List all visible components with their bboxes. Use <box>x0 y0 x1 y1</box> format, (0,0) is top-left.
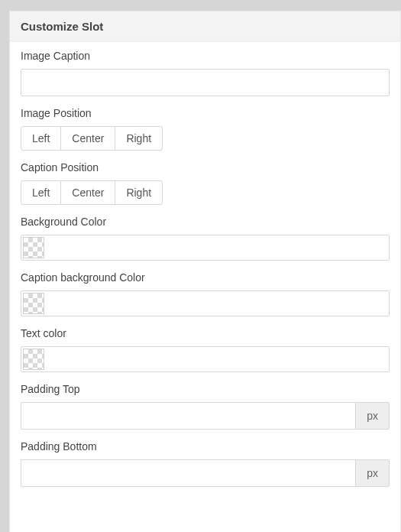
caption-background-color-field: Caption background Color <box>21 271 390 316</box>
text-color-input[interactable] <box>46 347 389 371</box>
padding-top-label: Padding Top <box>21 383 390 395</box>
background-color-row <box>21 235 390 261</box>
image-position-left-button[interactable]: Left <box>21 126 61 151</box>
image-caption-field: Image Caption <box>21 50 390 96</box>
text-color-field: Text color <box>21 327 390 372</box>
image-position-label: Image Position <box>21 107 390 119</box>
padding-top-unit: px <box>355 402 390 430</box>
padding-top-field: Padding Top px <box>21 383 390 430</box>
caption-position-left-button[interactable]: Left <box>21 180 61 205</box>
text-color-swatch[interactable] <box>23 349 44 370</box>
padding-bottom-unit: px <box>355 459 390 487</box>
image-caption-input[interactable] <box>21 69 390 96</box>
image-position-field: Image Position Left Center Right <box>21 107 390 151</box>
padding-bottom-field: Padding Bottom px <box>21 440 390 487</box>
caption-background-color-row <box>21 290 390 316</box>
caption-position-right-button[interactable]: Right <box>115 180 163 205</box>
text-color-label: Text color <box>21 327 390 339</box>
customize-slot-panel: Customize Slot Image Caption Image Posit… <box>9 11 401 532</box>
text-color-row <box>21 346 390 372</box>
panel-body: Image Caption Image Position Left Center… <box>10 42 400 505</box>
padding-bottom-label: Padding Bottom <box>21 440 390 453</box>
panel-header: Customize Slot <box>10 11 400 42</box>
background-color-input[interactable] <box>46 235 389 260</box>
background-color-field: Background Color <box>21 216 390 261</box>
panel-title: Customize Slot <box>21 20 390 33</box>
caption-background-color-swatch[interactable] <box>23 293 44 314</box>
caption-position-group: Left Center Right <box>21 180 163 205</box>
background-color-label: Background Color <box>21 216 390 228</box>
caption-position-field: Caption Position Left Center Right <box>21 161 390 205</box>
background-color-swatch[interactable] <box>23 237 44 258</box>
caption-position-label: Caption Position <box>21 161 390 174</box>
image-position-center-button[interactable]: Center <box>61 126 115 151</box>
padding-top-input[interactable] <box>21 402 355 430</box>
image-position-right-button[interactable]: Right <box>115 126 163 151</box>
image-caption-label: Image Caption <box>21 50 390 62</box>
caption-background-color-label: Caption background Color <box>21 271 390 284</box>
padding-top-group: px <box>21 402 390 430</box>
caption-position-center-button[interactable]: Center <box>61 180 115 205</box>
padding-bottom-input[interactable] <box>21 459 355 487</box>
caption-background-color-input[interactable] <box>46 291 389 316</box>
image-position-group: Left Center Right <box>21 126 163 151</box>
padding-bottom-group: px <box>21 459 390 487</box>
